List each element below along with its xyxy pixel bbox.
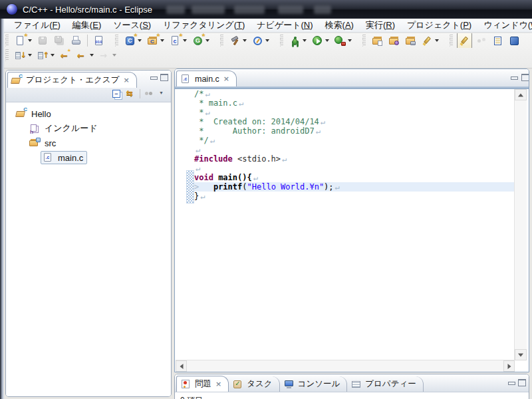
run-button[interactable] bbox=[310, 33, 331, 48]
binary-file-button[interactable] bbox=[91, 33, 106, 48]
tab-tasks[interactable]: タスク bbox=[229, 376, 279, 392]
eclipse-window: C/C++ - Hello/src/main.c - Eclipse ファイル(… bbox=[0, 0, 532, 399]
title-bar[interactable]: C/C++ - Hello/src/main.c - Eclipse bbox=[0, 0, 532, 19]
new-g-button[interactable]: ★ bbox=[190, 33, 211, 48]
vertical-scrollbar[interactable] bbox=[514, 89, 527, 360]
dropdown-arrow-icon[interactable] bbox=[138, 39, 142, 42]
maximize-button[interactable] bbox=[517, 378, 525, 386]
menu-F[interactable]: ファイル(F) bbox=[8, 18, 66, 33]
close-icon[interactable]: × bbox=[123, 76, 129, 84]
dropdown-arrow-icon[interactable] bbox=[183, 39, 187, 42]
next-annotation-button[interactable] bbox=[13, 48, 34, 63]
tree-item-includes[interactable]: インクルード bbox=[6, 121, 171, 136]
dropdown-arrow-icon[interactable] bbox=[51, 54, 55, 57]
menu-A[interactable]: 検索(A) bbox=[319, 18, 360, 33]
tree-item-inner: src bbox=[27, 136, 60, 150]
scroll-left-arrow[interactable] bbox=[176, 360, 187, 372]
mark-pen-button[interactable] bbox=[420, 33, 441, 48]
build-hammer-button[interactable] bbox=[227, 33, 249, 48]
menu-E[interactable]: 編集(E) bbox=[66, 18, 107, 33]
dropdown-arrow-icon[interactable] bbox=[435, 39, 439, 42]
blurred-taskbar-item bbox=[278, 5, 303, 14]
build-target-button[interactable] bbox=[250, 33, 271, 48]
eclipse-logo-icon bbox=[7, 4, 17, 15]
dropdown-arrow-icon[interactable] bbox=[90, 54, 94, 57]
open-resource-button[interactable] bbox=[370, 33, 385, 48]
tab-properties[interactable]: プロパティー bbox=[347, 376, 423, 392]
code-line: */↵ bbox=[194, 136, 516, 145]
editor-vertical-ruler[interactable] bbox=[175, 89, 186, 360]
view-menu-icon[interactable] bbox=[157, 88, 168, 99]
scroll-right-arrow[interactable] bbox=[503, 360, 515, 372]
print-button[interactable] bbox=[68, 33, 84, 48]
dropdown-arrow-icon[interactable] bbox=[243, 39, 247, 42]
open-type-button[interactable] bbox=[386, 33, 402, 48]
menu-W[interactable]: ウィンドウ(W) bbox=[477, 18, 532, 33]
dropdown-arrow-icon[interactable] bbox=[325, 39, 329, 42]
debug-button[interactable] bbox=[287, 33, 309, 48]
bottom-tab-label: 問題 bbox=[195, 378, 211, 390]
maximize-button[interactable] bbox=[521, 73, 529, 80]
tree-item-c-project[interactable]: Hello bbox=[6, 106, 171, 121]
tab-main-c[interactable]: main.c × bbox=[176, 70, 237, 86]
open-project-button[interactable] bbox=[403, 33, 418, 48]
drag-handle-icon bbox=[5, 35, 9, 47]
tab-console[interactable]: コンソール bbox=[280, 376, 348, 392]
dropdown-arrow-icon[interactable] bbox=[205, 39, 209, 42]
outline-view-button[interactable] bbox=[490, 33, 505, 48]
project-tree[interactable]: Helloインクルードsrcmain.c bbox=[6, 102, 171, 396]
code-line: /*↵ bbox=[194, 89, 516, 98]
new-c-file-button[interactable]: ★ bbox=[168, 33, 189, 48]
perspective-cut-button[interactable] bbox=[507, 33, 522, 48]
new-c-project-icon: ★ bbox=[124, 35, 136, 47]
new-c-folder-button[interactable]: ★ bbox=[145, 33, 166, 48]
menu-R[interactable]: 実行(R) bbox=[360, 18, 401, 33]
back-button[interactable] bbox=[74, 48, 96, 63]
new-wizard-button[interactable]: ★ bbox=[13, 33, 34, 48]
scroll-down-arrow[interactable] bbox=[515, 349, 527, 360]
menu-P[interactable]: プロジェクト(P) bbox=[401, 18, 477, 33]
close-icon[interactable]: × bbox=[215, 380, 221, 388]
dropdown-arrow-icon[interactable] bbox=[28, 54, 32, 57]
toolbar-group bbox=[279, 33, 354, 48]
dropdown-arrow-icon[interactable] bbox=[160, 39, 164, 42]
collapse-all-icon[interactable] bbox=[112, 88, 123, 99]
toolbar-group bbox=[4, 48, 119, 63]
external-tools-button[interactable] bbox=[332, 33, 354, 48]
tree-item-c-file[interactable]: main.c bbox=[6, 150, 171, 165]
code-area[interactable]: /*↵ * main.c↵ *↵ * Created on: 2014/04/1… bbox=[194, 89, 516, 360]
editor-tab-label: main.c bbox=[195, 74, 219, 84]
minimize-button[interactable] bbox=[507, 378, 515, 386]
menu-N[interactable]: ナビゲート(N) bbox=[251, 18, 319, 33]
maximize-button[interactable] bbox=[160, 73, 168, 80]
back-icon bbox=[76, 50, 88, 61]
forward-icon bbox=[99, 50, 110, 61]
includes-icon bbox=[29, 123, 41, 134]
horizontal-scrollbar[interactable] bbox=[176, 360, 515, 372]
menu-T[interactable]: リファクタリング(T) bbox=[157, 18, 251, 33]
last-edit-button[interactable] bbox=[58, 48, 73, 63]
dropdown-arrow-icon[interactable] bbox=[265, 39, 269, 42]
blurred-taskbar-item bbox=[234, 5, 265, 14]
blurred-taskbar-item bbox=[192, 5, 225, 14]
drag-handle-icon bbox=[280, 35, 283, 47]
minimize-button[interactable] bbox=[150, 73, 158, 80]
prev-annotation-button[interactable] bbox=[35, 48, 57, 63]
dropdown-arrow-icon[interactable] bbox=[303, 39, 307, 42]
close-icon[interactable]: × bbox=[223, 74, 229, 83]
tree-item-source-folder[interactable]: src bbox=[6, 136, 171, 150]
new-c-project-button[interactable]: ★ bbox=[122, 33, 144, 48]
tab-problems[interactable]: 問題× bbox=[176, 376, 229, 392]
last-edit-icon bbox=[60, 50, 71, 61]
tab-project-explorer[interactable]: プロジェクト・エクスプ × bbox=[7, 72, 137, 88]
link-with-editor-icon[interactable] bbox=[126, 88, 137, 99]
dropdown-arrow-icon[interactable] bbox=[112, 54, 116, 57]
menu-S[interactable]: ソース(S) bbox=[107, 18, 157, 33]
minimize-button[interactable] bbox=[510, 73, 518, 80]
tree-item-inner: Hello bbox=[14, 107, 55, 120]
filters-icon[interactable] bbox=[143, 88, 154, 99]
dropdown-arrow-icon[interactable] bbox=[348, 39, 352, 42]
dropdown-arrow-icon[interactable] bbox=[28, 39, 32, 42]
scroll-up-arrow[interactable] bbox=[515, 89, 527, 100]
mark-pen-button[interactable] bbox=[457, 33, 472, 48]
